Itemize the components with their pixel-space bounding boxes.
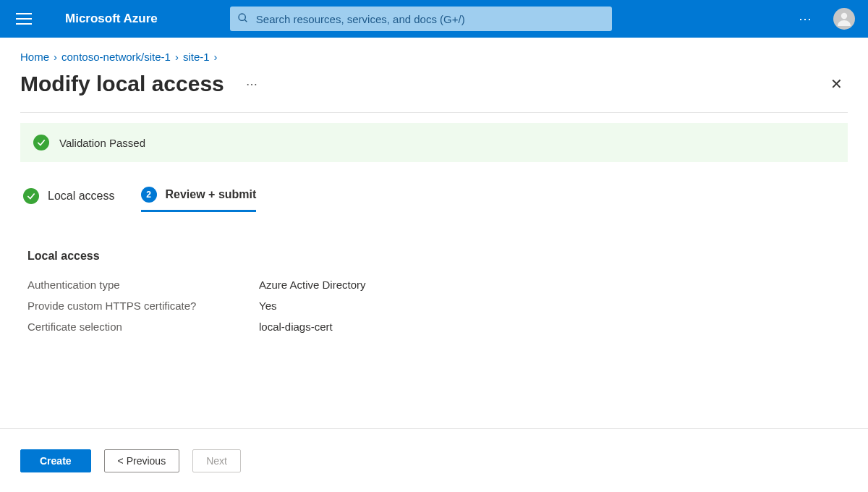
validation-banner: Validation Passed xyxy=(20,123,848,162)
summary-value: local-diags-cert xyxy=(259,321,333,333)
summary-value: Azure Active Directory xyxy=(259,279,366,291)
wizard-steps: Local access 2 Review + submit xyxy=(20,187,848,221)
step-label: Review + submit xyxy=(166,188,257,201)
create-button[interactable]: Create xyxy=(20,449,91,472)
search-icon xyxy=(237,12,249,26)
chevron-right-icon: › xyxy=(54,51,57,63)
page-title-row: Modify local access ⋯ ✕ xyxy=(0,69,868,112)
more-icon[interactable]: ⋯ xyxy=(799,11,813,27)
svg-point-2 xyxy=(841,13,847,19)
breadcrumb-item-network[interactable]: contoso-network/site-1 xyxy=(61,51,171,63)
chevron-right-icon: › xyxy=(175,51,179,63)
breadcrumb-item-site[interactable]: site-1 xyxy=(183,51,210,63)
brand-label[interactable]: Microsoft Azure xyxy=(65,12,158,26)
menu-icon[interactable] xyxy=(16,10,33,27)
step-number-badge: 2 xyxy=(141,187,157,203)
page-title: Modify local access xyxy=(20,72,224,96)
svg-line-1 xyxy=(244,20,247,22)
summary-label: Authentication type xyxy=(27,279,259,291)
summary-label: Certificate selection xyxy=(27,321,259,333)
breadcrumb-item-home[interactable]: Home xyxy=(20,51,49,63)
summary-label: Provide custom HTTPS certificate? xyxy=(27,300,259,312)
avatar[interactable] xyxy=(833,8,855,30)
summary-row: Provide custom HTTPS certificate? Yes xyxy=(20,295,848,316)
section-heading: Local access xyxy=(27,250,841,263)
divider xyxy=(20,112,848,113)
wizard-footer: Create < Previous Next xyxy=(0,428,868,492)
close-button[interactable]: ✕ xyxy=(825,72,848,96)
chevron-right-icon: › xyxy=(214,51,218,63)
check-circle-icon xyxy=(33,135,49,150)
step-label: Local access xyxy=(48,190,115,203)
validation-text: Validation Passed xyxy=(59,137,145,149)
summary-row: Authentication type Azure Active Directo… xyxy=(20,274,848,295)
summary-value: Yes xyxy=(259,300,276,312)
check-circle-icon xyxy=(23,188,39,204)
summary-row: Certificate selection local-diags-cert xyxy=(20,316,848,337)
blade-body: Validation Passed Local access 2 Review … xyxy=(0,112,868,337)
step-review-submit[interactable]: 2 Review + submit xyxy=(141,187,257,212)
breadcrumb: Home › contoso-network/site-1 › site-1 › xyxy=(0,38,868,69)
search-input[interactable] xyxy=(256,13,605,25)
step-local-access[interactable]: Local access xyxy=(23,188,115,211)
close-icon: ✕ xyxy=(830,75,843,93)
previous-button[interactable]: < Previous xyxy=(104,449,180,472)
next-button: Next xyxy=(192,449,241,472)
global-search[interactable] xyxy=(230,7,612,31)
more-commands-icon[interactable]: ⋯ xyxy=(246,77,259,91)
top-bar: Microsoft Azure ⋯ xyxy=(0,0,868,38)
svg-point-0 xyxy=(239,14,245,20)
